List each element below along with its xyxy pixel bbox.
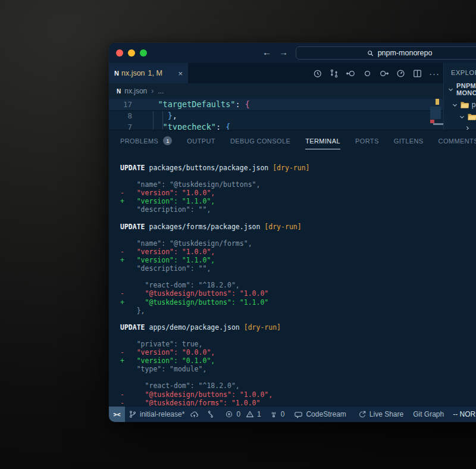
close-window-button[interactable] <box>116 49 123 57</box>
folder-icon <box>461 101 469 109</box>
circle-icon[interactable] <box>362 68 372 79</box>
broadcast-item[interactable]: 0 <box>270 410 285 418</box>
line-number: 7 <box>109 121 132 130</box>
cloud-upload-icon[interactable] <box>190 410 199 419</box>
nx-file-icon: N <box>117 88 120 95</box>
terminal-line: "react-dom": "^18.2.0", <box>120 382 476 390</box>
git-graph-item[interactable]: Git Graph <box>413 410 444 418</box>
git-branch-item[interactable]: initial-release* <box>129 410 199 419</box>
commit-graph-icon <box>206 410 215 418</box>
editor-tab-strip: N nx.json 1, M × ··· <box>109 63 476 83</box>
navigate-back-icon[interactable] <box>346 68 356 79</box>
maximize-window-button[interactable] <box>140 49 147 57</box>
panel-tab-problems[interactable]: PROBLEMS1 <box>120 131 172 150</box>
code-line: 8 }, <box>109 110 476 121</box>
codestream-item[interactable]: CodeStream <box>294 410 346 419</box>
tab-nx-json[interactable]: N nx.json 1, M × <box>109 63 188 83</box>
minimap-modified-mark <box>436 99 439 105</box>
terminal-line <box>120 273 476 281</box>
chevron-down-icon <box>459 114 465 120</box>
warning-icon <box>246 410 254 418</box>
terminal-line: "react-dom": "^18.2.0", <box>120 281 476 289</box>
minimap-viewport[interactable] <box>430 107 441 119</box>
terminal-line: "description": "", <box>120 264 476 273</box>
status-bar: >< initial-release* 0 1 0 CodeStream Liv… <box>109 406 476 422</box>
warning-count: 1 <box>257 410 261 418</box>
title-bar: ← → pnpm-monorepo <box>109 43 476 63</box>
terminal-line: + "version": "1.1.0", <box>120 197 476 205</box>
terminal-line: UPDATE apps/demo/package.json [dry-run] <box>120 323 476 332</box>
history-icon[interactable] <box>312 68 322 79</box>
terminal-line: UPDATE packages/buttons/package.json [dr… <box>120 164 476 172</box>
command-center[interactable]: pnpm-monorepo <box>296 46 476 60</box>
panel-tab-ports[interactable]: PORTS <box>355 132 379 149</box>
editor-lines: 17 "targetDefaults": {8 },7 "typecheck":… <box>109 99 476 130</box>
codestream-label: CodeStream <box>306 410 346 418</box>
terminal-line: - "@tuskdesign/forms": "1.0.0" <box>120 399 476 406</box>
live-share-label: Live Share <box>369 410 403 418</box>
bottom-panel: PROBLEMS1OUTPUTDEBUG CONSOLETERMINALPORT… <box>109 130 476 406</box>
line-number: 8 <box>109 110 132 121</box>
history-forward-button[interactable]: → <box>279 46 288 58</box>
explorer-title: EXPLORER <box>444 63 476 76</box>
error-icon <box>225 410 233 418</box>
panel-tab-debug-console[interactable]: DEBUG CONSOLE <box>230 132 290 149</box>
line-number: 17 <box>109 99 132 110</box>
problems-count-badge: 1 <box>163 136 172 145</box>
source-control-graph-item[interactable] <box>206 410 215 418</box>
breadcrumb-file[interactable]: nx.json <box>124 87 147 95</box>
tab-close-icon[interactable]: × <box>178 69 183 78</box>
terminal-line <box>120 373 476 382</box>
git-graph-label: Git Graph <box>413 410 444 418</box>
command-center-text: pnpm-monorepo <box>378 49 433 57</box>
panel-tab-terminal[interactable]: TERMINAL <box>305 132 340 149</box>
explorer-item-collapsed[interactable] <box>444 121 476 130</box>
terminal-line: - "version": "0.0.0", <box>120 348 476 357</box>
chevron-right-icon <box>464 125 471 130</box>
terminal-line: - "version": "1.0.0", <box>120 248 476 256</box>
problems-summary[interactable]: 0 1 <box>225 410 261 418</box>
breadcrumb-symbol[interactable]: ... <box>158 87 164 95</box>
remote-indicator[interactable]: >< <box>109 407 125 422</box>
tab-decorations: 1, M <box>148 69 162 77</box>
code-line: 17 "targetDefaults": { <box>109 99 476 110</box>
live-share-item[interactable]: Live Share <box>358 410 403 418</box>
panel-tab-gitlens[interactable]: GITLENS <box>394 132 424 149</box>
chevron-down-icon <box>447 86 454 93</box>
explorer-root-folder[interactable]: PNPM-MONOREPO <box>444 76 476 96</box>
code-editor[interactable]: 17 "targetDefaults": {8 },7 "typecheck":… <box>109 99 476 130</box>
terminal-line <box>120 214 476 223</box>
explorer-folder-nested[interactable] <box>444 109 476 121</box>
search-icon <box>367 49 374 57</box>
chevron-right-icon: › <box>151 87 154 95</box>
explorer-folder-packages[interactable]: packages <box>444 96 476 109</box>
vscode-window: ← → pnpm-monorepo N nx.json 1, M × ··· N… <box>109 43 476 422</box>
compare-changes-icon[interactable] <box>329 68 339 79</box>
terminal-line <box>120 172 476 180</box>
navigate-forward-icon[interactable] <box>379 68 389 79</box>
terminal-line: "name": "@tuskdesign/buttons", <box>120 180 476 189</box>
more-actions-icon[interactable]: ··· <box>429 68 440 79</box>
folder-icon <box>468 113 476 121</box>
terminal-line <box>120 231 476 239</box>
terminal-output[interactable]: UPDATE packages/buttons/package.json [dr… <box>109 151 476 406</box>
terminal-line: "name": "@tuskdesign/forms", <box>120 239 476 248</box>
terminal-line: "type": "module", <box>120 365 476 373</box>
editor-actions-toolbar: ··· <box>312 63 440 83</box>
panel-tab-output[interactable]: OUTPUT <box>187 132 215 149</box>
radio-tower-icon <box>270 410 278 418</box>
history-back-button[interactable]: ← <box>262 46 271 58</box>
minimize-window-button[interactable] <box>128 49 135 57</box>
panel-tabs: PROBLEMS1OUTPUTDEBUG CONSOLETERMINALPORT… <box>109 130 476 151</box>
panel-tab-comments[interactable]: COMMENTS <box>439 132 476 149</box>
terminal-line: "description": "", <box>120 205 476 214</box>
terminal-line: + "version": "0.1.0", <box>120 357 476 365</box>
gutter-modified-indicator <box>153 111 154 130</box>
terminal-line: + "version": "1.1.0", <box>120 256 476 264</box>
breadcrumb[interactable]: N nx.json › ... <box>109 83 476 99</box>
broadcast-count: 0 <box>281 410 285 418</box>
gauge-icon[interactable] <box>396 68 406 79</box>
split-editor-icon[interactable] <box>412 68 422 79</box>
branch-name: initial-release* <box>140 410 184 418</box>
explorer-sidebar: EXPLORER PNPM-MONOREPO packages <box>443 63 476 130</box>
